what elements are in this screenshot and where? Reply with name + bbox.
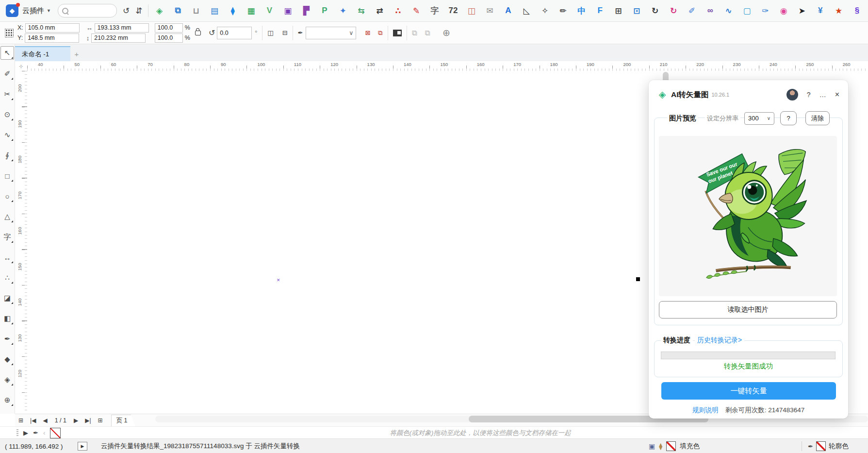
shape-tool[interactable]: ✐ <box>1 67 14 80</box>
ellipse-tool[interactable]: ○ <box>1 190 14 202</box>
polygon-tool[interactable]: △ <box>1 210 14 223</box>
x-position-field[interactable]: 105.0 mm <box>25 23 80 33</box>
search-input[interactable] <box>58 4 117 17</box>
sort-icon[interactable]: ⇵ <box>135 6 142 16</box>
linked-rings-icon[interactable]: ∞ <box>704 5 716 17</box>
copy-pages-icon[interactable]: ⧉ <box>172 5 183 17</box>
add-toolbar-item-icon[interactable]: ⊕ <box>442 27 450 38</box>
scale-v-field[interactable]: 100.0 <box>155 34 183 43</box>
page-tab[interactable]: 页 1 <box>111 415 136 427</box>
dragon-icon[interactable]: § <box>851 5 863 17</box>
height-field[interactable]: 210.232 mm <box>91 34 146 43</box>
next-page-icon[interactable]: ▶ <box>74 417 78 424</box>
history-link[interactable]: 历史转换记录> <box>695 336 744 345</box>
color-wheel-icon[interactable]: ◉ <box>778 5 789 17</box>
palette-drag-handle[interactable] <box>16 429 18 437</box>
fill-color-swatch[interactable] <box>666 441 676 451</box>
y-position-field[interactable]: 148.5 mm <box>25 34 79 43</box>
cv-export-icon[interactable]: V <box>263 5 275 17</box>
document-tab-active[interactable]: 未命名 -1 <box>15 46 70 61</box>
shadow-tool[interactable]: ◪ <box>1 292 14 304</box>
panel-more-icon[interactable]: … <box>819 91 826 99</box>
translate-cn-icon[interactable]: 中 <box>576 5 588 17</box>
document-navigator-icon[interactable]: ▶ <box>78 442 87 451</box>
ruler-triangle-icon[interactable]: ◺ <box>521 5 532 17</box>
horizontal-ruler[interactable]: 4050607080901001101201301401501601701801… <box>27 61 868 71</box>
rotation-field[interactable]: 0.0 <box>217 27 252 39</box>
id-card-icon[interactable]: ▤ <box>209 5 220 17</box>
ef-font-icon[interactable]: F <box>594 5 606 17</box>
pencil-icon[interactable]: ✏ <box>557 5 569 17</box>
protractor-p-icon[interactable]: P <box>319 5 330 17</box>
one-click-vectorize-button[interactable]: 一键转矢量 <box>661 382 836 400</box>
remove-group-icon[interactable]: ⧉ <box>378 29 382 37</box>
rectangle-tool[interactable]: □ <box>1 169 14 182</box>
ab-swap-icon[interactable]: ⇄ <box>374 5 386 17</box>
artistic-media-tool[interactable]: ∮ <box>1 149 14 162</box>
vertical-ruler[interactable]: 200190180170160150140130120 <box>15 71 28 414</box>
qr-code-icon[interactable]: ▦ <box>246 5 257 17</box>
paint-bucket-icon[interactable]: ⧫ <box>227 5 239 17</box>
trash-icon[interactable]: ⊔ <box>190 5 202 17</box>
palette-expand-icon[interactable]: ▶ <box>23 429 28 436</box>
transparency-tool[interactable]: ◧ <box>1 312 14 325</box>
width-field[interactable]: 193.133 mm <box>95 23 149 33</box>
mirror-vertical-icon[interactable]: ⊟ <box>282 29 288 36</box>
resolution-select[interactable]: 300 ∨ <box>744 112 774 125</box>
freehand-tool[interactable]: ∿ <box>1 129 14 141</box>
cursor-click-icon[interactable]: ➤ <box>796 5 808 17</box>
app-logo-icon[interactable]: ◆ <box>6 4 18 17</box>
pick-tool[interactable]: ↖ <box>0 46 14 60</box>
zoom-tool[interactable]: ⊙ <box>1 108 14 121</box>
vectorize-diamond-icon[interactable]: ◈ <box>153 5 165 17</box>
lock-ratio-icon[interactable] <box>195 31 201 35</box>
crop-tool[interactable]: ✂ <box>1 88 14 101</box>
rotate-bw-icon[interactable]: ↻ <box>649 5 661 17</box>
resolution-help-button[interactable]: ? <box>780 111 797 125</box>
add-page-before-icon[interactable]: ⊞ <box>18 417 23 424</box>
image-select-icon[interactable]: ▢ <box>741 5 753 17</box>
eyedropper-tool[interactable]: ✒ <box>1 333 14 345</box>
connector-tool[interactable]: ∴ <box>1 271 14 284</box>
package-box-icon[interactable]: ◫ <box>466 5 477 17</box>
selection-handle[interactable] <box>636 277 640 281</box>
previous-page-icon[interactable]: ◀ <box>43 417 47 424</box>
scale-h-field[interactable]: 100.0 <box>155 23 183 33</box>
rules-link[interactable]: 规则说明 <box>692 406 719 415</box>
remove-selection-icon[interactable]: ⊠ <box>365 29 370 36</box>
first-page-icon[interactable]: |◀ <box>30 417 36 424</box>
text-frame-icon[interactable]: 字 <box>429 5 441 17</box>
pencil-sparkle-icon[interactable]: ✐ <box>686 5 698 17</box>
red-marker-icon[interactable]: ✎ <box>410 5 422 17</box>
panel-help-icon[interactable]: ? <box>807 91 811 99</box>
eyedropper-icon[interactable]: ✒ <box>33 429 38 436</box>
image-frame-purple-icon[interactable]: ▣ <box>282 5 294 17</box>
dimension-tool[interactable]: ↔ <box>1 251 14 264</box>
new-document-tab-button[interactable]: + <box>70 47 83 61</box>
outline-color-swatch[interactable] <box>816 441 826 451</box>
last-page-icon[interactable]: ▶| <box>85 417 91 424</box>
history-clock-icon[interactable]: ↺ <box>123 6 130 16</box>
text-wrap-icon[interactable] <box>393 30 402 36</box>
ruler-corner[interactable]: ⊹ <box>15 61 28 71</box>
lr-swap-icon[interactable]: ⇆ <box>356 5 367 17</box>
fill-tool[interactable]: ◆ <box>1 353 14 366</box>
node-cleanup-icon[interactable]: ∴ <box>392 5 404 17</box>
interactive-fill-tool[interactable]: ◈ <box>1 373 14 386</box>
text-tool[interactable]: 字 <box>1 231 14 243</box>
image-dpi-72-icon[interactable]: 72 <box>447 5 459 17</box>
user-avatar[interactable] <box>786 89 798 101</box>
banner-star-icon[interactable]: ★ <box>833 5 845 17</box>
clipboard-yen-icon[interactable]: ¥ <box>815 5 826 17</box>
rotate-cmyk-icon[interactable]: ↻ <box>668 5 679 17</box>
panel-close-icon[interactable]: × <box>835 90 839 99</box>
curve-node3-icon[interactable]: ∿ <box>723 5 735 17</box>
measure-star-icon[interactable]: ✦ <box>337 5 349 17</box>
magic-pencil-icon[interactable]: ✑ <box>759 5 771 17</box>
clear-button[interactable]: 清除 <box>805 111 830 125</box>
add-page-after-icon[interactable]: ⊞ <box>98 417 103 424</box>
slide-frame-icon[interactable]: ▛ <box>300 5 312 17</box>
outline-width-select[interactable]: ∨ <box>306 27 356 39</box>
sparkles-icon[interactable]: ✧ <box>539 5 551 17</box>
customize-tool[interactable]: ⊕ <box>1 394 14 406</box>
